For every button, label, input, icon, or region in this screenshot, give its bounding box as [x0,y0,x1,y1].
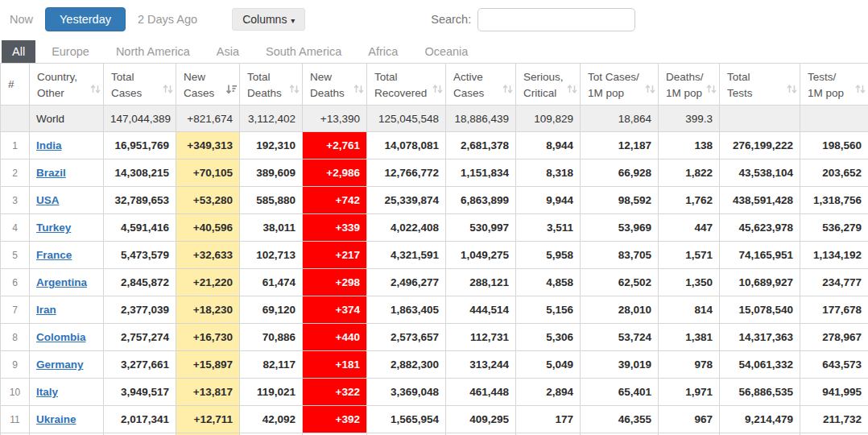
tab-all[interactable]: All [2,40,35,63]
tab-asia[interactable]: Asia [206,40,250,63]
value-cell: 2,845,872 [104,269,176,296]
caret-down-icon: ▾ [288,16,295,25]
col-header-country-other[interactable]: Country,Other [30,64,104,106]
country-link[interactable]: Germany [36,358,84,371]
country-link[interactable]: Turkey [36,222,71,234]
value-cell: 98,592 [581,187,659,214]
stats-table-body: World147,044,389+821,6743,112,402+13,390… [1,106,868,435]
country-link[interactable]: Colombia [36,331,86,343]
value-cell: +13,817 [176,379,240,406]
value-cell: 2,496,277 [367,269,446,296]
value-cell: 3,511 [516,214,581,242]
col-header-tests-1m-pop[interactable]: Tests/1M pop [800,64,868,106]
country-cell: USA [30,187,104,214]
col-header-label: Deaths [247,85,289,102]
country-cell: Italy [30,379,104,406]
col-header-label: Recovered [374,85,432,102]
value-cell: 102,713 [240,242,303,269]
value-cell: 814 [659,296,720,324]
sort-toggle-icon [502,83,513,99]
value-cell: 389,609 [240,160,303,187]
yesterday-button[interactable]: Yesterday [45,7,126,31]
tab-europe[interactable]: Europe [41,40,100,63]
world-row: World147,044,389+821,6743,112,402+13,390… [1,106,868,132]
country-link[interactable]: France [36,249,72,261]
country-cell: Turkey [30,214,104,242]
two-days-ago-button[interactable]: 2 Days Ago [130,8,205,31]
tab-africa[interactable]: Africa [358,40,408,63]
col-header-label: Serious, [523,69,567,85]
value-cell: 1,762 [659,187,720,214]
country-link[interactable]: Iran [36,304,56,316]
table-row: 6Argentina2,845,872+21,22061,474+2982,49… [1,269,868,296]
col-header-serious-critical[interactable]: Serious,Critical [516,64,581,106]
value-cell: 82,117 [240,351,303,379]
value-cell: +15,897 [176,351,240,379]
col-header-label: # [8,77,29,93]
col-header-total-cases[interactable]: TotalCases [104,64,176,106]
col-header-total-tests[interactable]: TotalTests [720,64,800,106]
value-cell: +742 [303,187,367,214]
table-row: 11Ukraine2,017,341+12,71142,092+3921,565… [1,406,868,433]
value-cell: 2,882,300 [367,351,446,379]
tab-south-america[interactable]: South America [255,40,352,63]
value-cell: 16,951,769 [104,132,176,160]
sort-toggle-icon [353,83,364,99]
world-value-cell [720,106,800,132]
now-button[interactable]: Now [2,8,41,31]
value-cell: +2,986 [303,160,367,187]
country-link[interactable]: Italy [36,386,58,398]
rank-cell [1,106,30,132]
value-cell: 62,502 [581,269,659,296]
value-cell: 198,560 [800,132,868,160]
col-header-label: 1M pop [808,85,855,102]
country-cell: India [30,132,104,160]
col-header-new-deaths[interactable]: NewDeaths [303,64,367,106]
value-cell: 32,789,653 [104,187,176,214]
value-cell: 12,766,772 [367,160,446,187]
value-cell: 643,573 [800,351,868,379]
columns-dropdown-button[interactable]: Columns ▾ [232,8,305,31]
value-cell: 14,078,081 [367,132,446,160]
search-input[interactable] [477,8,635,31]
col-header-total-recovered[interactable]: TotalRecovered [367,64,446,106]
value-cell: +392 [303,406,367,433]
value-cell: 192,310 [240,132,303,160]
value-cell: 1,381 [659,324,720,351]
rank-cell: 10 [1,379,30,406]
col-header-active-cases[interactable]: ActiveCases [446,64,516,106]
col-header-deaths-1m-pop[interactable]: Deaths/1M pop [659,64,720,106]
country-link[interactable]: Brazil [36,167,66,179]
col-header-label: Cases [184,85,226,102]
value-cell: 1,049,275 [446,242,516,269]
country-link[interactable]: India [36,139,62,151]
col-header-new-cases[interactable]: NewCases [176,64,240,106]
country-link[interactable]: Ukraine [36,413,76,425]
value-cell: +322 [303,379,367,406]
value-cell: 1,971 [659,379,720,406]
col-header-tot-cases-1m-pop[interactable]: Tot Cases/1M pop [581,64,659,106]
toolbar: Now Yesterday 2 Days Ago Columns ▾ Searc… [0,0,868,37]
country-cell: Colombia [30,324,104,351]
sort-toggle-icon [163,83,173,99]
col-header-label: 1M pop [666,85,706,102]
value-cell: 288,121 [446,269,516,296]
value-cell: 3,369,048 [367,379,446,406]
country-link[interactable]: USA [36,194,60,206]
col-header-label: New [184,69,226,85]
table-row: 7Iran2,377,039+18,23069,120+3741,863,405… [1,296,868,324]
value-cell: 8,944 [516,132,581,160]
value-cell: 53,724 [581,324,659,351]
world-label: World [30,106,104,132]
value-cell: 65,401 [581,379,659,406]
tab-oceania[interactable]: Oceania [414,40,478,63]
country-link[interactable]: Argentina [36,276,87,288]
table-row: 5France5,473,579+32,633102,713+2174,321,… [1,242,868,269]
tab-north-america[interactable]: North America [105,40,200,63]
value-cell: 530,997 [446,214,516,242]
col-header-total-deaths[interactable]: TotalDeaths [240,64,303,106]
value-cell: 5,958 [516,242,581,269]
value-cell: 1,571 [659,242,720,269]
value-cell: 83,705 [581,242,659,269]
value-cell: 69,120 [240,296,303,324]
